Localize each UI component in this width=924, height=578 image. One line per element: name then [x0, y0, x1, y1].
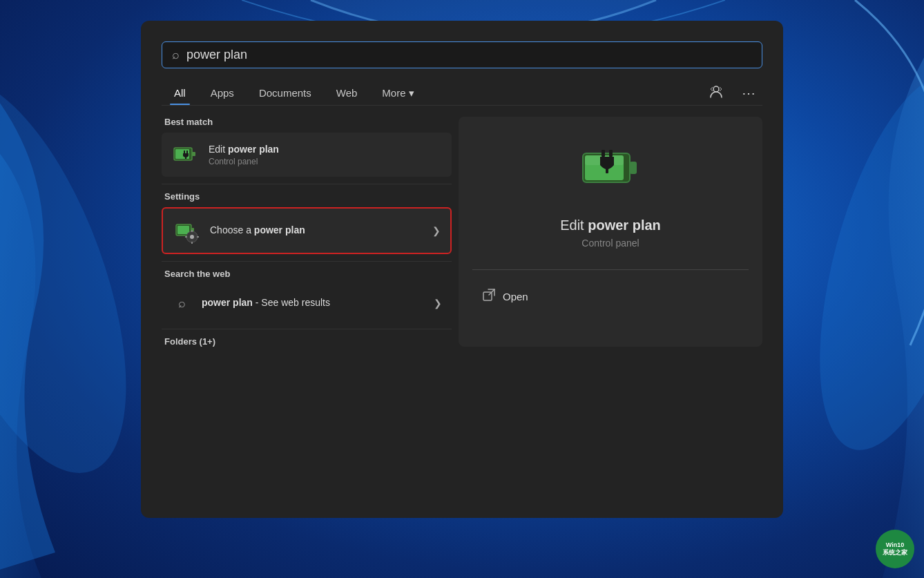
svg-rect-19: [630, 162, 637, 174]
best-match-label: Best match: [162, 117, 452, 127]
chevron-down-icon: ▾: [409, 87, 414, 99]
account-icon-button[interactable]: [703, 81, 729, 105]
svg-rect-22: [601, 150, 605, 157]
svg-rect-6: [184, 151, 185, 153]
svg-rect-24: [606, 165, 608, 173]
open-button[interactable]: Open: [472, 281, 749, 312]
choose-power-plan-text: Choose a power plan: [210, 224, 423, 238]
search-web-label: Search the web: [162, 269, 452, 279]
best-match-text: Edit power plan Control panel: [209, 143, 442, 166]
svg-point-13: [190, 235, 194, 239]
detail-subtitle: Control panel: [581, 238, 639, 249]
search-bar[interactable]: ⌕: [162, 41, 762, 68]
chevron-right-icon: ❯: [432, 225, 441, 236]
more-options-button[interactable]: ⋯: [736, 82, 762, 104]
tabs-bar: All Apps Documents Web More ▾ ⋯: [162, 81, 762, 106]
divider-3: [162, 329, 452, 329]
tab-more[interactable]: More ▾: [369, 81, 426, 105]
search-web-text: power plan - See web results: [202, 296, 424, 310]
detail-power-icon: [576, 137, 645, 206]
search-input[interactable]: [186, 48, 752, 62]
svg-rect-7: [186, 151, 188, 153]
svg-rect-14: [191, 230, 193, 232]
search-web-title: power plan - See web results: [202, 296, 424, 310]
svg-rect-17: [197, 236, 199, 238]
search-web-item[interactable]: ⌕ power plan - See web results ❯: [162, 285, 452, 322]
choose-power-plan-icon: [173, 217, 200, 244]
svg-rect-16: [185, 236, 187, 238]
divider-2: [162, 261, 452, 262]
detail-panel: Edit power plan Control panel Open: [459, 117, 762, 347]
choose-power-plan-item[interactable]: Choose a power plan ❯: [162, 207, 452, 254]
svg-point-2: [713, 86, 719, 92]
watermark-line1: Win10: [886, 541, 904, 549]
tab-apps[interactable]: Apps: [198, 81, 247, 104]
svg-rect-23: [609, 150, 613, 157]
detail-divider: [472, 269, 749, 270]
tab-web[interactable]: Web: [324, 81, 370, 104]
best-match-title: Edit power plan: [209, 143, 442, 157]
tab-all[interactable]: All: [162, 81, 198, 104]
search-web-arrow-icon: ❯: [434, 298, 442, 309]
detail-title: Edit power plan: [560, 218, 661, 233]
divider-1: [162, 184, 452, 184]
svg-rect-11: [177, 226, 189, 234]
folders-label: Folders (1+): [162, 336, 452, 347]
web-search-icon: ⌕: [171, 293, 192, 314]
svg-rect-8: [185, 156, 186, 159]
tab-documents[interactable]: Documents: [247, 81, 324, 104]
best-match-item[interactable]: Edit power plan Control panel: [162, 133, 452, 177]
search-icon: ⌕: [172, 48, 180, 62]
search-panel: ⌕ All Apps Documents Web More ▾: [141, 21, 783, 518]
svg-rect-15: [191, 242, 193, 244]
watermark-line2: 系统之家: [883, 549, 907, 557]
main-content: Best match: [162, 117, 762, 347]
results-panel: Best match: [162, 117, 459, 347]
choose-power-plan-title: Choose a power plan: [210, 224, 423, 238]
edit-power-plan-icon: [171, 141, 199, 168]
best-match-subtitle: Control panel: [209, 157, 442, 166]
open-label: Open: [503, 291, 528, 302]
open-icon: [482, 288, 496, 305]
svg-rect-4: [192, 152, 195, 156]
settings-label: Settings: [162, 191, 452, 202]
watermark: Win10 系统之家: [876, 530, 914, 568]
tabs-actions: ⋯: [703, 81, 762, 105]
